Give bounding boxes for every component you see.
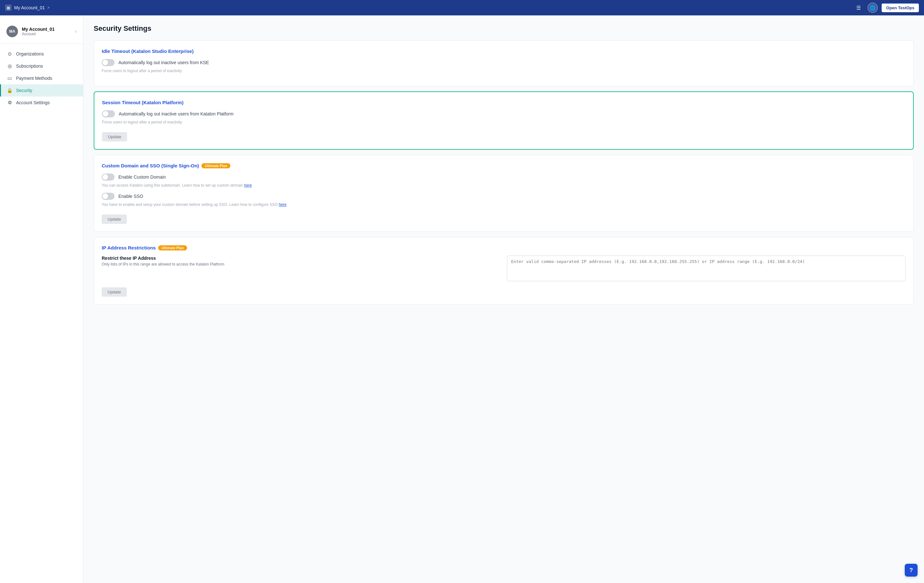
sidebar-item-label: Account Settings [16,100,50,105]
enable-custom-domain-row: Enable Custom Domain [102,173,906,181]
session-timeout-toggle-row: Automatically log out inactive users fro… [102,110,906,117]
session-timeout-title: Session Timeout (Katalon Platform) [102,100,906,105]
app-layout: MA My Account_01 Account ‹ ⊙ Organizatio… [0,15,924,583]
ip-restrictions-title-text: IP Address Restrictions [102,245,156,250]
top-nav-right: ☰ 🌐 Open TestOps [853,3,919,13]
custom-domain-helper: You can access Katalon using this subdom… [102,183,906,188]
custom-domain-update-button[interactable]: Update [102,214,127,224]
sidebar-item-organizations[interactable]: ⊙ Organizations [0,48,83,60]
idle-timeout-helper: Force users to logout after a period of … [102,69,906,73]
support-button[interactable]: ? [905,564,917,576]
page-title: Security Settings [94,25,914,33]
sidebar-item-payment-methods[interactable]: ▭ Payment Methods [0,72,83,84]
enable-custom-domain-label: Enable Custom Domain [119,175,166,180]
sidebar-item-account-settings[interactable]: ⚙ Account Settings [0,97,83,109]
session-timeout-update-button[interactable]: Update [102,132,127,142]
idle-timeout-toggle-label: Automatically log out inactive users fro… [119,60,209,65]
ip-address-input[interactable] [507,255,906,281]
enable-sso-toggle[interactable] [102,193,114,200]
security-icon: 🔒 [7,87,13,93]
session-timeout-toggle[interactable] [102,110,115,117]
idle-timeout-toggle[interactable] [102,59,114,66]
open-testops-button[interactable]: Open TestOps [882,3,919,12]
custom-domain-title: Custom Domain and SSO (Single Sign-On) U… [102,163,906,168]
breadcrumb: ▦ My Account_01 > [5,5,50,11]
ip-restrictions-title: IP Address Restrictions Ultimate Plan [102,245,906,250]
custom-domain-link[interactable]: here [244,183,252,188]
ip-label-section: Restrict these IP Address Only lists of … [102,255,500,282]
restrict-ip-helper: Only lists of IPs in this range are allo… [102,262,500,267]
sidebar-user-info: My Account_01 Account [22,26,54,36]
sidebar-nav: ⊙ Organizations ◎ Subscriptions ▭ Paymen… [0,46,83,110]
top-navigation: ▦ My Account_01 > ☰ 🌐 Open TestOps [0,0,924,15]
sidebar-user: MA My Account_01 Account ‹ [0,22,83,44]
sidebar-item-label: Subscriptions [16,64,43,69]
sidebar: MA My Account_01 Account ‹ ⊙ Organizatio… [0,15,83,583]
sidebar-user-name: My Account_01 [22,26,54,32]
sidebar-item-label: Security [16,88,32,93]
sidebar-item-label: Organizations [16,51,44,56]
list-icon[interactable]: ☰ [853,3,864,13]
sso-link[interactable]: here [279,203,287,207]
main-content: Security Settings Idle Timeout (Katalon … [83,15,924,583]
ip-restrictions-update-button[interactable]: Update [102,287,127,296]
custom-domain-badge: Ultimate Plan [201,163,230,168]
subscriptions-icon: ◎ [7,63,13,69]
restrict-ip-label: Restrict these IP Address [102,255,500,261]
ip-input-section [507,255,906,282]
idle-timeout-card: Idle Timeout (Katalon Studio Enterprise)… [94,40,914,86]
settings-icon: ⚙ [7,100,13,105]
ip-restrictions-badge: Ultimate Plan [158,245,187,250]
custom-domain-title-text: Custom Domain and SSO (Single Sign-On) [102,163,199,168]
breadcrumb-separator: > [48,5,50,10]
enable-sso-row: Enable SSO [102,193,906,200]
session-timeout-helper: Force users to logout after a period of … [102,120,906,124]
sidebar-item-label: Payment Methods [16,76,52,81]
sso-helper: You have to enable and setup your custom… [102,203,906,207]
idle-timeout-toggle-row: Automatically log out inactive users fro… [102,59,906,66]
custom-domain-helper-text: You can access Katalon using this subdom… [102,183,244,188]
sso-helper-text: You have to enable and setup your custom… [102,203,279,207]
organizations-icon: ⊙ [7,51,13,57]
ip-restrictions-card: IP Address Restrictions Ultimate Plan Re… [94,237,914,305]
enable-custom-domain-toggle[interactable] [102,173,114,181]
sidebar-collapse-button[interactable]: ‹ [75,28,77,34]
account-name-label[interactable]: My Account_01 [14,5,45,10]
sidebar-user-role: Account [22,32,54,36]
globe-icon[interactable]: 🌐 [868,3,878,13]
idle-timeout-title: Idle Timeout (Katalon Studio Enterprise) [102,48,906,54]
custom-domain-card: Custom Domain and SSO (Single Sign-On) U… [94,155,914,232]
payment-icon: ▭ [7,75,13,81]
enable-sso-label: Enable SSO [119,194,143,199]
session-timeout-toggle-label: Automatically log out inactive users fro… [119,111,234,116]
session-timeout-card: Session Timeout (Katalon Platform) Autom… [94,91,914,150]
avatar: MA [7,26,18,37]
app-icon: ▦ [5,5,12,11]
sidebar-item-security[interactable]: 🔒 Security [0,84,83,97]
sidebar-item-subscriptions[interactable]: ◎ Subscriptions [0,60,83,72]
ip-row: Restrict these IP Address Only lists of … [102,255,906,282]
